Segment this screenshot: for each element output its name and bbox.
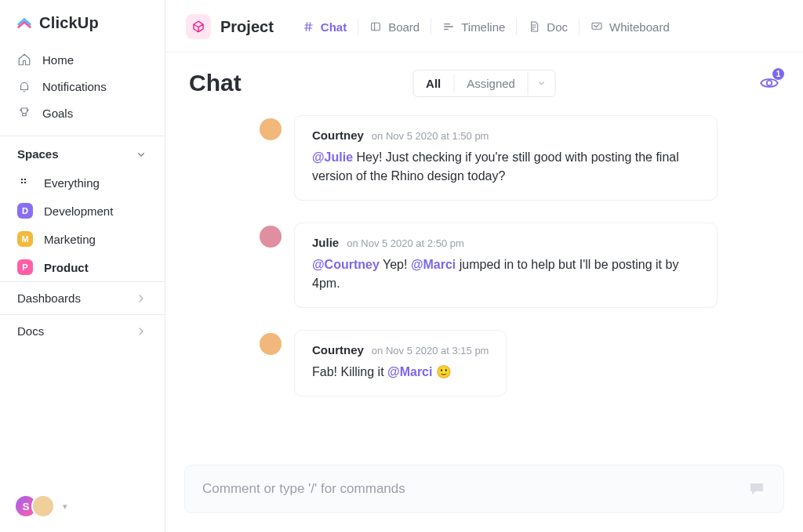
watchers-count: 1 xyxy=(772,68,784,80)
main-panel: Project ChatBoardTimelineDocWhiteboard C… xyxy=(165,0,803,532)
clickup-logo-icon xyxy=(16,15,33,32)
message-row: Julieon Nov 5 2020 at 2:50 pm@Courtney Y… xyxy=(260,223,779,308)
message-row: Courtneyon Nov 5 2020 at 3:15 pmFab! Kil… xyxy=(260,330,779,396)
filter-segmented: All Assigned xyxy=(412,70,556,97)
docs-label: Docs xyxy=(17,324,44,338)
message-author: Julie xyxy=(312,236,339,249)
space-color-badge: P xyxy=(17,259,33,275)
view-tab-label: Chat xyxy=(321,20,347,34)
message-avatar xyxy=(260,333,282,355)
space-item-label: Marketing xyxy=(44,233,96,246)
nav-notifications[interactable]: Notifications xyxy=(0,73,165,100)
message-avatar xyxy=(260,226,282,248)
message-body: Fab! Killing it @Marci 🙂 xyxy=(312,363,489,382)
trophy-icon xyxy=(17,106,31,120)
view-toolbar: Project ChatBoardTimelineDocWhiteboard xyxy=(165,0,803,52)
view-tab-timeline[interactable]: Timeline xyxy=(431,16,516,38)
nav-notifications-label: Notifications xyxy=(42,80,107,93)
space-color-badge: D xyxy=(17,203,33,219)
project-label: Project xyxy=(220,18,274,36)
space-everything[interactable]: Everything xyxy=(0,168,165,197)
brand-name: ClickUp xyxy=(39,14,99,32)
spaces-list: Everything DDevelopmentMMarketingPProduc… xyxy=(0,168,165,281)
chat-bubble-icon[interactable] xyxy=(747,480,766,498)
spaces-header-label: Spaces xyxy=(17,147,59,161)
view-tab-label: Doc xyxy=(547,20,568,34)
nav-home[interactable]: Home xyxy=(0,46,165,73)
avatar xyxy=(31,494,55,518)
space-item-product[interactable]: PProduct xyxy=(0,253,165,281)
project-chip[interactable]: Project xyxy=(186,14,274,39)
whiteboard-icon xyxy=(590,20,603,33)
hash-icon xyxy=(302,20,314,33)
page-header: Chat All Assigned 1 xyxy=(165,52,803,101)
mention[interactable]: @Courtney xyxy=(312,258,380,271)
page-title: Chat xyxy=(189,70,242,96)
message-avatar xyxy=(260,118,282,140)
nav-home-label: Home xyxy=(42,53,74,67)
nav-goals-label: Goals xyxy=(42,107,73,120)
caret-down-icon: ▾ xyxy=(63,501,67,512)
message-timestamp: on Nov 5 2020 at 3:15 pm xyxy=(372,345,489,356)
composer[interactable] xyxy=(184,465,784,513)
filter-dropdown[interactable] xyxy=(528,71,555,95)
cube-icon xyxy=(186,14,211,39)
svg-point-6 xyxy=(767,81,772,86)
mention[interactable]: @Marci xyxy=(411,258,456,271)
message-bubble: Julieon Nov 5 2020 at 2:50 pm@Courtney Y… xyxy=(294,223,718,308)
dashboards-label: Dashboards xyxy=(17,291,81,305)
filter-assigned[interactable]: Assigned xyxy=(454,71,528,96)
nav-goals[interactable]: Goals xyxy=(0,100,165,126)
message-body: @Julie Hey! Just checking if you're stil… xyxy=(312,148,699,186)
space-color-badge: M xyxy=(17,231,33,247)
mention[interactable]: @Julie xyxy=(312,150,353,164)
message-timestamp: on Nov 5 2020 at 2:50 pm xyxy=(347,237,464,249)
svg-point-1 xyxy=(24,179,26,180)
bell-icon xyxy=(17,79,31,93)
doc-icon xyxy=(528,20,540,33)
view-tab-label: Board xyxy=(388,20,420,34)
docs-row[interactable]: Docs xyxy=(0,314,165,347)
filter-all[interactable]: All xyxy=(413,71,453,96)
space-item-development[interactable]: DDevelopment xyxy=(0,197,165,225)
view-tab-label: Whiteboard xyxy=(609,20,670,34)
chevron-right-icon xyxy=(135,325,147,338)
space-item-label: Product xyxy=(44,261,89,274)
grid-icon xyxy=(17,175,33,190)
message-bubble: Courtneyon Nov 5 2020 at 3:15 pmFab! Kil… xyxy=(294,330,507,396)
message-row: Courtneyon Nov 5 2020 at 1:50 pm@Julie H… xyxy=(260,115,779,201)
view-tab-doc[interactable]: Doc xyxy=(517,16,579,38)
mention[interactable]: @Marci xyxy=(387,365,432,378)
spaces-header[interactable]: Spaces xyxy=(0,136,165,168)
watchers-button[interactable]: 1 xyxy=(759,73,779,93)
space-item-label: Development xyxy=(44,204,113,218)
brand-logo[interactable]: ClickUp xyxy=(0,0,165,43)
svg-point-3 xyxy=(24,182,26,183)
svg-point-0 xyxy=(21,179,23,180)
home-icon xyxy=(17,52,31,67)
space-everything-label: Everything xyxy=(44,176,100,190)
chevron-right-icon xyxy=(135,292,147,305)
view-tab-label: Timeline xyxy=(461,20,505,34)
message-timestamp: on Nov 5 2020 at 1:50 pm xyxy=(372,130,489,142)
view-tab-whiteboard[interactable]: Whiteboard xyxy=(580,16,681,38)
svg-point-2 xyxy=(21,182,23,183)
chevron-down-icon xyxy=(135,148,147,161)
dashboards-row[interactable]: Dashboards xyxy=(0,281,165,314)
timeline-icon xyxy=(442,20,455,33)
space-item-marketing[interactable]: MMarketing xyxy=(0,225,165,253)
message-author: Courtney xyxy=(312,128,364,142)
svg-rect-4 xyxy=(372,23,380,30)
message-bubble: Courtneyon Nov 5 2020 at 1:50 pm@Julie H… xyxy=(294,115,718,201)
sidebar: ClickUp Home Notifications Goals Spaces xyxy=(0,0,165,532)
message-body: @Courtney Yep! @Marci jumped in to help … xyxy=(312,255,699,293)
composer-input[interactable] xyxy=(202,481,747,497)
message-author: Courtney xyxy=(312,343,364,356)
chat-thread: Courtneyon Nov 5 2020 at 1:50 pm@Julie H… xyxy=(165,101,803,452)
view-tab-chat[interactable]: Chat xyxy=(291,16,358,38)
view-tab-board[interactable]: Board xyxy=(358,16,431,38)
board-icon xyxy=(369,20,382,33)
workspace-switcher[interactable]: S ▾ xyxy=(14,494,67,518)
composer-area xyxy=(165,452,803,532)
primary-nav: Home Notifications Goals xyxy=(0,43,165,136)
